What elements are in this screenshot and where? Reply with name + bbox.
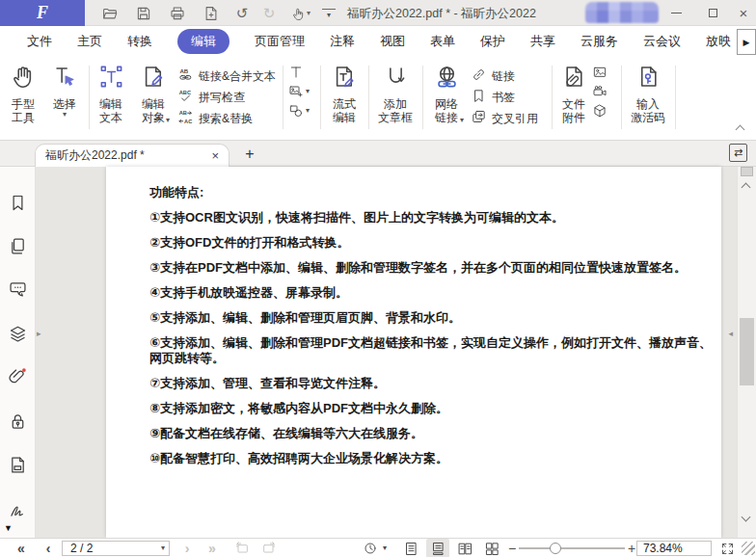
- sidebar-item-layers[interactable]: [8, 324, 28, 344]
- touch-mode-caret-icon[interactable]: ▾: [304, 4, 313, 23]
- menu-tab-home[interactable]: 主页: [77, 33, 102, 50]
- add-text-button[interactable]: [288, 65, 310, 80]
- zoom-percentage-input[interactable]: 73.84%: [636, 541, 712, 556]
- menu-tab-edit[interactable]: 编辑: [177, 29, 230, 54]
- scrollbar-thumb[interactable]: [740, 318, 754, 385]
- fit-page-button[interactable]: [717, 539, 737, 557]
- spell-check-button[interactable]: 拼写检查: [177, 88, 245, 108]
- save-icon[interactable]: [134, 4, 153, 23]
- new-tab-button[interactable]: +: [239, 144, 260, 165]
- sidebar-item-pages[interactable]: [8, 236, 28, 256]
- title-bar: F ↺ ↻ ▾ ▾ 福昕办公2022.pdf * - 福昕办公2022 ×: [0, 0, 756, 26]
- menu-tab-protect[interactable]: 保护: [480, 33, 505, 50]
- page-number-input[interactable]: 2 / 2 ▾: [62, 541, 170, 556]
- previous-view-button[interactable]: [231, 539, 253, 557]
- insert-3d-button[interactable]: [592, 103, 608, 119]
- sidebar-more-button[interactable]: ▼: [4, 523, 13, 533]
- search-replace-button[interactable]: 搜索&替换: [177, 109, 253, 129]
- web-link-caret-icon: ▾: [460, 117, 464, 124]
- sidebar-item-comments[interactable]: [8, 279, 28, 300]
- bookmark-button[interactable]: 书签: [471, 88, 515, 108]
- flow-edit-button[interactable]: 流式 编辑: [324, 64, 364, 124]
- menu-tab-convert[interactable]: 转换: [127, 33, 152, 50]
- menu-tab-share[interactable]: 共享: [530, 33, 555, 50]
- maximize-button[interactable]: [698, 0, 727, 25]
- menu-tab-comment[interactable]: 注释: [330, 33, 355, 50]
- insert-image-button[interactable]: [592, 65, 608, 80]
- minimize-icon: [671, 13, 682, 13]
- add-shape-button[interactable]: ▾: [288, 103, 310, 119]
- link-merge-text-button[interactable]: 链接&合并文本: [177, 66, 276, 87]
- undo-icon[interactable]: ↺: [232, 4, 252, 23]
- scroll-up-icon[interactable]: [742, 183, 751, 193]
- zoom-slider[interactable]: [519, 547, 625, 549]
- expand-right-panel-handle[interactable]: ◂: [728, 329, 733, 338]
- menu-tab-cloud-meeting[interactable]: 云会议: [643, 33, 681, 50]
- panel-swap-button[interactable]: ⇄: [729, 144, 747, 162]
- timer-caret-icon[interactable]: ▾: [380, 539, 390, 557]
- last-page-button[interactable]: »: [202, 539, 222, 557]
- sidebar-item-signatures[interactable]: [8, 499, 28, 519]
- sidebar-item-attachments[interactable]: [8, 366, 28, 386]
- navigation-sidebar: ▼: [0, 167, 36, 538]
- add-image-button[interactable]: ▾: [288, 84, 310, 99]
- add-article-box-icon: [383, 64, 409, 93]
- text-line: ⑤支持添加、编辑、删除和管理页眉页脚、背景和水印。: [149, 310, 714, 326]
- sidebar-item-bookmarks[interactable]: [8, 193, 28, 213]
- facing-view-button[interactable]: [453, 539, 476, 557]
- tab-close-icon[interactable]: ×: [211, 148, 219, 163]
- reading-timer-button[interactable]: [361, 539, 380, 557]
- close-icon: ×: [740, 5, 748, 21]
- vertical-scrollbar[interactable]: [737, 167, 756, 538]
- document-tab[interactable]: 福昕办公2022.pdf * ×: [35, 144, 230, 167]
- new-document-icon[interactable]: [202, 4, 221, 23]
- activation-code-button[interactable]: 输入 激活码: [625, 64, 671, 124]
- menu-overflow-button[interactable]: ▶: [737, 29, 756, 55]
- next-view-button[interactable]: [258, 539, 280, 557]
- menu-tab-file[interactable]: 文件: [27, 33, 52, 50]
- next-page-button[interactable]: ›: [179, 539, 195, 557]
- edit-object-caret-icon: ▾: [166, 117, 170, 124]
- sidebar-item-security[interactable]: [8, 411, 28, 432]
- expand-left-panel-handle[interactable]: ▸: [37, 329, 41, 338]
- select-tool-button[interactable]: 选择 ▾: [44, 64, 85, 119]
- customize-toolbar-icon[interactable]: ▾: [322, 9, 336, 20]
- text-line: ⑧支持添加密文，将敏感内容从PDF文档中永久删除。: [149, 401, 714, 416]
- zoom-slider-thumb[interactable]: [550, 543, 561, 554]
- single-page-view-button[interactable]: [399, 539, 422, 557]
- link-button[interactable]: 链接: [471, 66, 515, 87]
- first-page-button[interactable]: «: [12, 539, 31, 557]
- menu-tab-cloud-service[interactable]: 云服务: [580, 33, 618, 50]
- insert-video-button[interactable]: [592, 84, 608, 99]
- cross-reference-button[interactable]: 交叉引用: [471, 109, 538, 129]
- close-button[interactable]: ×: [729, 0, 756, 25]
- sidebar-item-fields[interactable]: [8, 455, 28, 475]
- open-file-icon[interactable]: [100, 4, 120, 23]
- text-line: ①支持OCR图文识别，快速将扫描件、图片上的文字转换为可编辑的文本。: [149, 210, 714, 225]
- print-icon[interactable]: [168, 4, 187, 23]
- minimize-button[interactable]: [662, 0, 690, 25]
- account-avatar-blurred[interactable]: [585, 2, 659, 23]
- split-view-handle[interactable]: [741, 167, 753, 176]
- continuous-facing-view-button[interactable]: [480, 539, 503, 557]
- redo-icon[interactable]: ↻: [259, 4, 279, 23]
- zoom-out-button[interactable]: −: [505, 539, 519, 557]
- resize-grip[interactable]: [742, 542, 755, 555]
- document-viewport[interactable]: 功能特点: ①支持OCR图文识别，快速将扫描件、图片上的文字转换为可编辑的文本。…: [36, 167, 737, 538]
- file-attachment-button[interactable]: 文件 附件: [554, 64, 593, 124]
- edit-text-icon: [98, 64, 124, 93]
- previous-page-button[interactable]: ‹: [40, 539, 56, 557]
- add-article-box-button[interactable]: 添加 文章框: [372, 64, 418, 124]
- edit-text-button[interactable]: 编辑 文本: [91, 64, 131, 124]
- maximize-icon: [709, 9, 717, 17]
- link-icon: [471, 66, 487, 87]
- hand-tool-button[interactable]: 手型 工具: [2, 64, 44, 124]
- menu-tab-view[interactable]: 视图: [380, 33, 405, 50]
- scroll-down-icon[interactable]: [742, 513, 751, 522]
- text-line: 功能特点:: [149, 185, 714, 200]
- menu-tab-page-management[interactable]: 页面管理: [255, 33, 305, 50]
- collapse-ribbon-button[interactable]: [733, 122, 746, 132]
- continuous-view-button[interactable]: [426, 539, 449, 557]
- menu-tab-slideshow[interactable]: 放映: [706, 33, 731, 50]
- menu-tab-form[interactable]: 表单: [430, 33, 455, 50]
